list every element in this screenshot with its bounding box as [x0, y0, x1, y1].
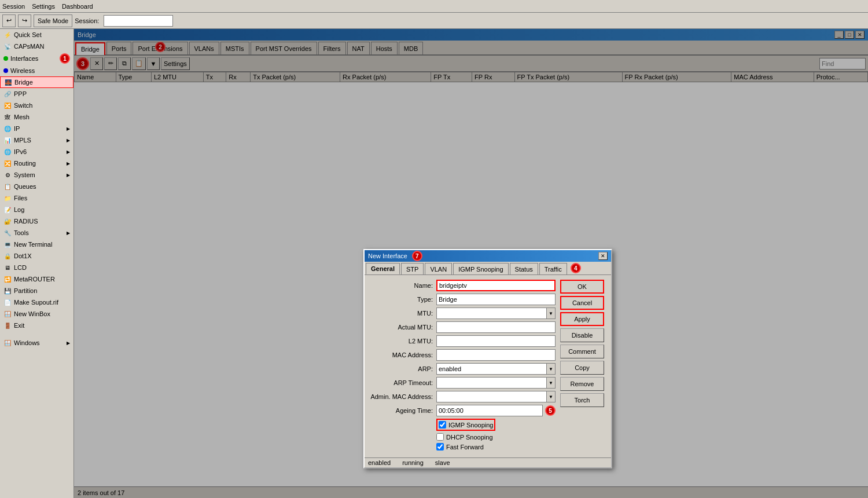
- session-label: Session:: [75, 17, 99, 24]
- ok-button[interactable]: OK: [560, 280, 604, 294]
- dialog-title-bar: New Interface 7 ✕: [365, 250, 611, 262]
- log-icon: 📝: [3, 206, 12, 214]
- sidebar-label-new-terminal: New Terminal: [14, 241, 52, 248]
- sidebar-item-mpls[interactable]: 📊 MPLS: [0, 134, 73, 146]
- sidebar-item-lcd[interactable]: 🖥 LCD: [0, 262, 73, 273]
- form-row-arp: ARP: ▼: [369, 363, 556, 375]
- mesh-icon: 🕸: [3, 113, 12, 121]
- sidebar-item-files[interactable]: 📁 Files: [0, 192, 73, 204]
- safe-mode-button[interactable]: Safe Mode: [34, 14, 72, 27]
- arp-dropdown-btn[interactable]: ▼: [546, 363, 556, 375]
- sidebar-item-interfaces[interactable]: Interfaces 1: [0, 52, 73, 65]
- menu-settings[interactable]: Settings: [32, 3, 55, 10]
- comment-button[interactable]: Comment: [560, 345, 604, 358]
- dialog-tab-general[interactable]: General: [366, 263, 400, 274]
- main-layout: ⚡ Quick Set 📡 CAPsMAN Interfaces 1 Wirel…: [0, 29, 868, 498]
- redo-button[interactable]: ↪: [18, 14, 31, 27]
- mtu-input[interactable]: [436, 307, 546, 319]
- admin-mac-input[interactable]: [436, 391, 546, 402]
- name-input[interactable]: [436, 280, 556, 291]
- sidebar-item-partition[interactable]: 💾 Partition: [0, 285, 73, 296]
- dialog-tab-igmp-snooping[interactable]: IGMP Snooping: [453, 263, 508, 274]
- ppp-icon: 🔗: [3, 90, 12, 98]
- arp-input-container: ▼: [436, 363, 556, 375]
- menu-dashboard[interactable]: Dashboard: [62, 3, 93, 10]
- sidebar-label-windows: Windows: [14, 339, 40, 346]
- sidebar-item-capsman[interactable]: 📡 CAPsMAN: [0, 41, 73, 52]
- sidebar-item-tools[interactable]: 🔧 Tools: [0, 227, 73, 239]
- l2-mtu-label: L2 MTU:: [369, 338, 433, 345]
- undo-button[interactable]: ↩: [2, 14, 16, 27]
- copy-button[interactable]: Copy: [560, 361, 604, 375]
- new-interface-dialog: New Interface 7 ✕ General STP VLAN IGMP …: [363, 249, 612, 468]
- make-supout-icon: 📄: [3, 298, 12, 306]
- sidebar-label-switch: Switch: [14, 102, 32, 109]
- form-row-mac: MAC Address:: [369, 349, 556, 361]
- sidebar-item-dot1x[interactable]: 🔒 Dot1X: [0, 250, 73, 262]
- sidebar-item-quick-set[interactable]: ⚡ Quick Set: [0, 29, 73, 41]
- igmp-snooping-checkbox[interactable]: [439, 421, 446, 429]
- sidebar-item-exit[interactable]: 🚪 Exit: [0, 320, 73, 331]
- sidebar-item-bridge[interactable]: 🌉 Bridge: [0, 76, 73, 88]
- routing-icon: 🔀: [3, 159, 12, 167]
- remove-button[interactable]: Remove: [560, 377, 604, 391]
- admin-mac-dropdown-btn[interactable]: ▼: [546, 391, 556, 402]
- mac-input[interactable]: [436, 349, 556, 361]
- sidebar-item-make-supout[interactable]: 📄 Make Supout.rif: [0, 296, 73, 308]
- sidebar-item-ppp[interactable]: 🔗 PPP: [0, 88, 73, 100]
- mac-label: MAC Address:: [369, 351, 433, 358]
- ipv6-icon: 🌐: [3, 148, 12, 156]
- sidebar-item-windows[interactable]: 🪟 Windows: [0, 337, 73, 349]
- form-row-mtu: MTU: ▼: [369, 307, 556, 319]
- sidebar-label-ppp: PPP: [14, 90, 27, 97]
- sidebar-item-new-terminal[interactable]: 💻 New Terminal: [0, 239, 73, 250]
- dhcp-snooping-label: DHCP Snooping: [446, 434, 493, 441]
- sidebar-item-metarouter[interactable]: 🔁 MetaROUTER: [0, 273, 73, 285]
- igmp-snooping-label: IGMP Snooping: [448, 422, 493, 429]
- ip-icon: 🌐: [3, 124, 12, 133]
- ageing-time-input[interactable]: [436, 405, 543, 416]
- sidebar-item-radius[interactable]: 🔐 RADIUS: [0, 215, 73, 227]
- sidebar-item-new-winbox[interactable]: 🪟 New WinBox: [0, 308, 73, 320]
- sidebar-label-radius: RADIUS: [14, 218, 38, 225]
- igmp-snooping-row: IGMP Snooping: [369, 419, 556, 431]
- badge-dialog-7: 7: [412, 251, 422, 261]
- dialog-tab-traffic[interactable]: Traffic: [539, 263, 567, 274]
- dialog-tab-vlan[interactable]: VLAN: [425, 263, 452, 274]
- windows-icon: 🪟: [3, 339, 12, 347]
- arp-timeout-input[interactable]: [436, 377, 546, 389]
- dialog-tab-status[interactable]: Status: [510, 263, 538, 274]
- sidebar-item-ip[interactable]: 🌐 IP: [0, 123, 73, 134]
- dialog-close-button[interactable]: ✕: [598, 252, 608, 260]
- tools-icon: 🔧: [3, 229, 12, 237]
- sidebar-item-routing[interactable]: 🔀 Routing: [0, 158, 73, 169]
- dialog-slave: slave: [435, 459, 450, 466]
- torch-button[interactable]: Torch: [560, 393, 604, 407]
- session-input[interactable]: [104, 15, 173, 27]
- badge-4: 4: [571, 263, 581, 273]
- dhcp-snooping-checkbox[interactable]: [436, 433, 444, 441]
- sidebar-item-mesh[interactable]: 🕸 Mesh: [0, 111, 73, 123]
- arp-input[interactable]: [436, 363, 546, 375]
- apply-button[interactable]: Apply: [560, 312, 604, 326]
- dialog-tab-stp[interactable]: STP: [401, 263, 424, 274]
- sidebar-item-queues[interactable]: 📋 Queues: [0, 181, 73, 192]
- sidebar-label-metarouter: MetaROUTER: [14, 276, 55, 283]
- sidebar-item-system[interactable]: ⚙ System: [0, 169, 73, 181]
- fast-forward-checkbox[interactable]: [436, 443, 444, 451]
- disable-button[interactable]: Disable: [560, 328, 604, 342]
- arp-timeout-container: ▼: [436, 377, 556, 389]
- mtu-label: MTU:: [369, 310, 433, 317]
- mtu-dropdown-btn[interactable]: ▼: [546, 307, 556, 319]
- sidebar: ⚡ Quick Set 📡 CAPsMAN Interfaces 1 Wirel…: [0, 29, 74, 498]
- dialog-body: Name: Type: MTU: ▼: [365, 275, 611, 457]
- menu-session[interactable]: Session: [2, 3, 25, 10]
- cancel-button[interactable]: Cancel: [560, 296, 604, 310]
- sidebar-item-switch[interactable]: 🔀 Switch: [0, 100, 73, 111]
- sidebar-item-log[interactable]: 📝 Log: [0, 204, 73, 215]
- form-row-admin-mac: Admin. MAC Address: ▼: [369, 391, 556, 402]
- sidebar-item-ipv6[interactable]: 🌐 IPv6: [0, 146, 73, 158]
- dialog-tabs: General STP VLAN IGMP Snooping Status Tr…: [365, 262, 611, 275]
- arp-timeout-dropdown-btn[interactable]: ▼: [546, 377, 556, 389]
- sidebar-item-wireless[interactable]: Wireless: [0, 65, 73, 76]
